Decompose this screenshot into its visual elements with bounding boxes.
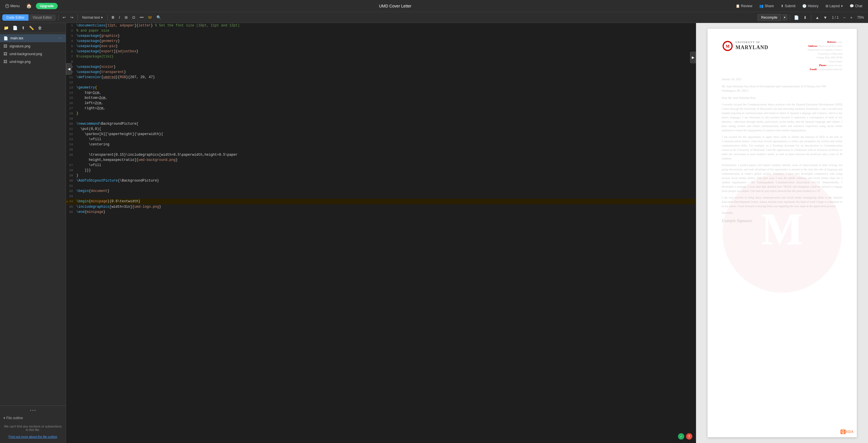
layout-button[interactable]: ⊞ Layout ▾ [823, 3, 846, 9]
toolbar-separator-5 [811, 14, 811, 21]
file-list: 📄 main.tex ⋯ 🖼 signature.png 🖼 umd-backg… [0, 33, 66, 404]
toolbar-separator-2 [78, 14, 78, 21]
chat-button[interactable]: 💬 Chat [847, 3, 865, 9]
code-line-15: 15 bottom=2cm, [66, 95, 696, 100]
code-line-29: 29 } [66, 173, 696, 178]
chat-icon: 💬 [849, 4, 854, 8]
umd-logo-area: M UNIVERSITY OF MARYLAND [722, 40, 768, 52]
bookmark-button[interactable]: W [146, 14, 153, 21]
letter-body: January 24, 2025 Mr. Juan Sebastian Roa … [722, 77, 842, 224]
file-outline-toggle[interactable]: ▾ File outline [3, 416, 62, 420]
visual-editor-tab[interactable]: Visual Editor [28, 14, 56, 21]
code-line-26: 26 \transparent{0.15}\includegraphics[wi… [66, 152, 696, 157]
code-line-9: 9 \usepackage{xcolor} [66, 64, 696, 69]
review-button[interactable]: 📋 Review [733, 3, 755, 9]
submit-icon: ⬆ [781, 4, 784, 8]
letter-signature: Example Signature [722, 218, 842, 224]
code-line-19: 19 [66, 116, 696, 121]
new-folder-button[interactable]: 📁 [2, 25, 10, 31]
xda-logo: QXDA [840, 430, 854, 434]
code-line-7: 7 %\usepackage{tikz} [66, 54, 696, 59]
review-icon: 📋 [736, 4, 740, 8]
code-line-13: 13 \geometry{ [66, 85, 696, 90]
zoom-level: 75% [856, 16, 866, 20]
file-outline-section: ▾ File outline We can't find any section… [0, 414, 66, 443]
code-area[interactable]: 1 \documentclass[12pt, a4paper]{letter} … [66, 23, 696, 443]
zoom-in-button[interactable]: + [848, 14, 854, 21]
outline-help-link[interactable]: Find out more about the file outline [9, 435, 57, 438]
code-line-18: 18 } [66, 111, 696, 116]
toolbar-separator-4 [789, 14, 790, 21]
file-name-signature: signature.png [9, 44, 62, 48]
file-item-signature[interactable]: 🖼 signature.png [0, 42, 66, 50]
more-button[interactable]: ••• [138, 14, 146, 21]
menu-button[interactable]: Menu [3, 3, 22, 9]
delete-button[interactable]: 🗑 [36, 25, 43, 31]
preview-panel: M M UNIVERSITY OF [696, 23, 868, 443]
letter-body-p4: I am very excited to bring these communi… [722, 195, 842, 208]
code-line-22: 22 \parbox[b][\paperheight]{\paperwidth}… [66, 131, 696, 137]
code-line-23: 23 \vfill [66, 137, 696, 142]
history-button[interactable]: 🕐 History [799, 3, 821, 9]
zoom-out-button[interactable]: − [842, 14, 847, 21]
home-button[interactable]: 🏠 [24, 2, 34, 10]
top-bar: Menu 🏠 Upgrade UMD Cover Letter 📋 Review… [0, 0, 868, 12]
top-bar-right: 📋 Review 👥 Share ⬆ Submit 🕐 History ⊞ La… [733, 3, 865, 9]
img-file-icon-1: 🖼 [3, 44, 7, 48]
code-editor-panel[interactable]: 1 \documentclass[12pt, a4paper]{letter} … [66, 23, 696, 443]
code-line-17: 17 right=2cm, [66, 106, 696, 111]
sidebar: 📁 📄 ⬆ ✏️ 🗑 📄 main.tex ⋯ 🖼 signature.png … [0, 23, 66, 443]
bold-button[interactable]: B [110, 14, 116, 21]
table-button[interactable]: ⊞ [123, 14, 129, 21]
upgrade-button[interactable]: Upgrade [36, 3, 58, 9]
code-line-34: ⚠34 \begin{minipage}{0.6\textwidth} [66, 199, 696, 204]
file-item-umd-logo[interactable]: 🖼 umd-logo.png [0, 58, 66, 65]
italic-button[interactable]: I [117, 14, 122, 21]
umd-text: UNIVERSITY OF MARYLAND [736, 41, 768, 51]
nav-arrow-left[interactable]: ◀ [66, 63, 72, 75]
prev-page-button[interactable]: ▲ [813, 14, 821, 21]
download-button[interactable]: ⬇ [802, 14, 809, 21]
code-line-24: 24 \centering [66, 142, 696, 147]
file-item-main-tex[interactable]: 📄 main.tex ⋯ [0, 34, 66, 42]
code-editor-tab[interactable]: Code Editor [2, 14, 28, 21]
letter-body-p2: I am excited for the opportunity to appl… [722, 135, 842, 160]
university-of-label: UNIVERSITY OF [736, 41, 768, 44]
tex-file-icon: 📄 [3, 36, 8, 40]
code-line-27: 27 \vfill [66, 163, 696, 168]
recompile-dropdown-button[interactable]: ▾ [782, 14, 787, 21]
recompile-button[interactable]: Recompile [757, 14, 781, 21]
file-item-umd-bg[interactable]: 🖼 umd-background.png [0, 50, 66, 58]
style-dropdown[interactable]: Normal text ▾ [80, 14, 105, 21]
preview-content: M M UNIVERSITY OF [696, 23, 868, 443]
code-line-28: 28 }}} [66, 168, 696, 173]
email-line: Email: xxx@terpmail.umd.edu [808, 67, 842, 71]
img-file-icon-2: 🖼 [3, 52, 7, 56]
editor-toolbar: Code Editor Visual Editor ↩ ↪ Normal tex… [0, 12, 868, 23]
omega-button[interactable]: Ω [131, 14, 137, 21]
letter-page: M M UNIVERSITY OF [708, 29, 857, 437]
nav-arrow-right[interactable]: ▶ [690, 52, 696, 63]
letter-closing: Sincerely, [722, 211, 842, 215]
undo-button[interactable]: ↩ [61, 14, 67, 21]
new-file-button[interactable]: 📄 [11, 25, 19, 31]
code-line-14: 14 top=1cm, [66, 90, 696, 95]
address-line2: Department of Computer Science [808, 48, 842, 52]
code-line-2: 2 % and paper size [66, 28, 696, 33]
code-line-1: 1 \documentclass[12pt, a4paper]{letter} … [66, 23, 696, 28]
copy-icon-button[interactable]: 📄 [792, 14, 801, 21]
upload-button[interactable]: ⬆ [20, 25, 26, 31]
toolbar-right: Recompile ▾ 📄 ⬇ ▲ ▼ 1 / 1 − + 75% [757, 14, 866, 21]
submit-button[interactable]: ⬆ Submit [778, 3, 798, 9]
redo-button[interactable]: ↪ [69, 14, 75, 21]
more-dots: • • • [0, 407, 66, 414]
file-menu-button-0[interactable]: ⋯ [58, 36, 62, 40]
top-bar-left: Menu 🏠 Upgrade [3, 2, 58, 10]
search-button[interactable]: 🔍 [155, 14, 163, 21]
code-line-5: 5 \usepackage{eso-pic} [66, 44, 696, 49]
next-page-button[interactable]: ▼ [822, 14, 829, 21]
address-line1: Address: Room xxx,Iribe Center [808, 44, 842, 48]
rename-button[interactable]: ✏️ [28, 25, 35, 31]
share-button[interactable]: 👥 Share [756, 3, 777, 9]
document-title: UMD Cover Letter [60, 4, 730, 8]
